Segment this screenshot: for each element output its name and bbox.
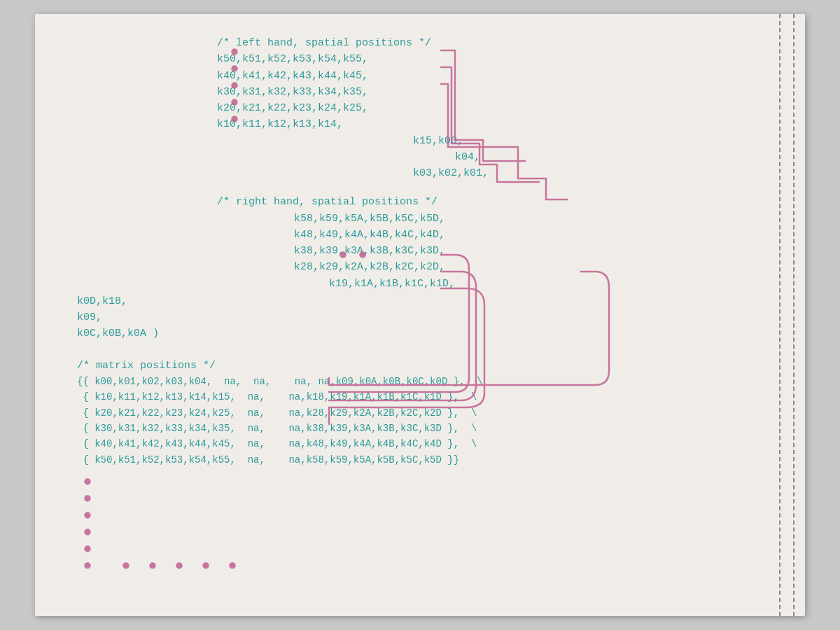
left-hand-row-4: k20,k21,k22,k23,k24,k25,	[217, 100, 756, 116]
matrix-row-5: { k40,k41,k42,k43,k44,k45, na, na,k48,k4…	[77, 436, 756, 451]
left-hand-comment: /* left hand, spatial positions */	[217, 35, 756, 51]
right-hand-section: /* right hand, spatial positions */ k58,…	[217, 194, 756, 342]
matrix-comment: /* matrix positions */	[77, 358, 756, 374]
left-hand-row-1: k50,k51,k52,k53,k54,k55,	[217, 51, 756, 67]
right-hand-cont-2: k09,	[77, 309, 756, 326]
right-hand-row-3: k38,k39,k3A,k3B,k3C,k3D,	[294, 243, 756, 259]
margin-line-1	[779, 14, 780, 616]
left-hand-row-3: k30,k31,k32,k33,k34,k35,	[217, 84, 756, 100]
matrix-row-1: {{ k00,k01,k02,k03,k04, na, na, na, na,k…	[77, 374, 756, 389]
left-hand-cont-3: k03,k02,k01,	[413, 165, 756, 181]
content-area: /* left hand, spatial positions */ k50,k…	[77, 28, 756, 468]
left-hand-row-2: k40,k41,k42,k43,k44,k45,	[217, 68, 756, 84]
right-hand-comment: /* right hand, spatial positions */	[217, 194, 756, 210]
svg-point-10	[85, 530, 90, 535]
svg-point-16	[204, 564, 209, 568]
matrix-row-2: { k10,k11,k12,k13,k14,k15, na, na,k18,k1…	[77, 389, 756, 405]
right-hand-row-4: k28,k29,k2A,k2B,k2C,k2D,	[294, 259, 756, 275]
right-hand-row-5: k19,k1A,k1B,k1C,k1D,	[329, 276, 756, 292]
left-hand-row-5: k10,k11,k12,k13,k14,	[217, 116, 756, 132]
left-hand-cont-1: k15,k00,	[413, 133, 756, 149]
right-hand-cont-3: k0C,k0B,k0A )	[77, 326, 756, 342]
right-hand-row-1: k58,k59,k5A,k5B,k5C,k5D,	[294, 211, 756, 227]
matrix-row-4: { k30,k31,k32,k33,k34,k35, na, na,k38,k3…	[77, 421, 756, 436]
svg-point-12	[85, 564, 90, 568]
left-hand-cont-2: k04,	[455, 149, 756, 165]
left-hand-section: /* left hand, spatial positions */ k50,k…	[217, 35, 756, 181]
svg-point-9	[85, 513, 90, 518]
svg-point-15	[177, 564, 182, 568]
right-hand-cont-1: k0D,k18,	[77, 293, 756, 309]
page: /* left hand, spatial positions */ k50,k…	[35, 14, 805, 616]
svg-point-11	[85, 547, 90, 552]
svg-point-8	[85, 496, 90, 501]
right-hand-row-2: k48,k49,k4A,k4B,k4C,k4D,	[294, 227, 756, 243]
svg-point-17	[230, 564, 235, 568]
matrix-section: /* matrix positions */ {{ k00,k01,k02,k0…	[77, 358, 756, 468]
margin-line-2	[793, 14, 794, 616]
matrix-row-3: { k20,k21,k22,k23,k24,k25, na, na,k28,k2…	[77, 405, 756, 421]
matrix-row-6: { k50,k51,k52,k53,k54,k55, na, na,k58,k5…	[77, 452, 756, 468]
svg-point-13	[124, 564, 129, 568]
svg-point-7	[85, 479, 90, 484]
svg-point-14	[150, 564, 155, 568]
